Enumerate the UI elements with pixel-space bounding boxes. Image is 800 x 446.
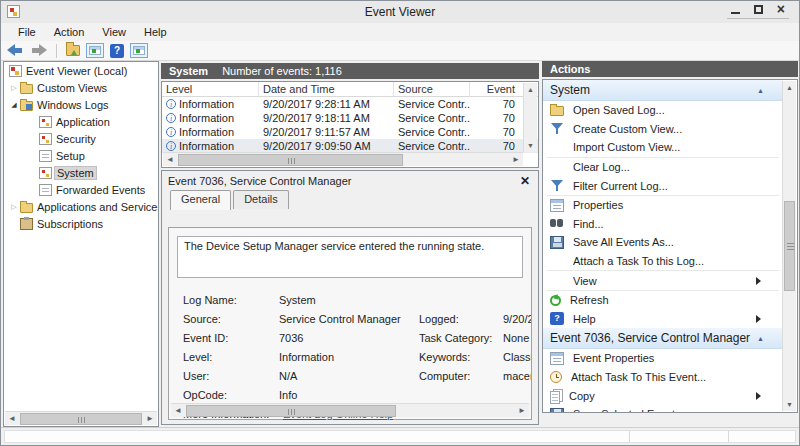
status-bar	[1, 427, 799, 445]
tree-item-system[interactable]: System	[4, 164, 158, 181]
action-find[interactable]: Find...	[543, 215, 783, 234]
open-saved-log-icon[interactable]	[66, 45, 80, 56]
action-import-custom-view[interactable]: Import Custom View...	[543, 138, 783, 157]
expander-expanded-icon[interactable]: ◢	[8, 101, 20, 109]
forward-icon[interactable]	[30, 44, 47, 57]
action-attach-task-to-log[interactable]: Attach a Task To this Log...	[543, 252, 783, 271]
scroll-down-icon[interactable]: ▼	[524, 139, 537, 152]
expander-collapsed-icon[interactable]: ▷	[8, 203, 20, 211]
scrollbar-thumb[interactable]	[20, 413, 142, 425]
scroll-right-icon[interactable]: ►	[143, 412, 157, 426]
scroll-up-icon[interactable]: ▲	[783, 81, 796, 94]
scroll-right-icon[interactable]: ►	[515, 404, 529, 418]
column-date-and-time[interactable]: Date and Time	[259, 82, 394, 96]
actions-section-event[interactable]: Event 7036, Service Control Manager ▲	[543, 328, 783, 349]
action-help[interactable]: ? Help	[543, 310, 783, 329]
actions-pane: System ▲ Open Saved Log... Create Custom…	[542, 79, 798, 413]
detail-tabs: General Details	[162, 190, 538, 209]
scroll-left-icon[interactable]: ◄	[171, 404, 185, 418]
detail-horizontal-scrollbar[interactable]: ◄ ►	[171, 403, 529, 417]
action-save-all-events-as[interactable]: Save All Events As...	[543, 233, 783, 252]
tree-label: Custom Views	[37, 82, 107, 94]
action-filter-current-log[interactable]: Filter Current Log...	[543, 176, 783, 195]
actions-vertical-scrollbar[interactable]: ▲ ▼	[782, 81, 796, 411]
actions-heading: Actions	[550, 63, 590, 75]
tree-item-security[interactable]: Security	[4, 130, 158, 147]
scroll-up-icon[interactable]: ▲	[524, 83, 537, 96]
tree-item-setup[interactable]: Setup	[4, 147, 158, 164]
tab-general[interactable]: General	[170, 190, 231, 210]
expander-collapsed-icon[interactable]: ▷	[8, 84, 20, 92]
show-hide-console-tree-icon[interactable]	[86, 43, 104, 58]
back-icon[interactable]	[7, 44, 24, 57]
cell-level: Information	[179, 98, 234, 110]
event-row[interactable]: iInformation 9/20/2017 9:18:11 AM Servic…	[162, 111, 538, 125]
column-event[interactable]: Event	[470, 82, 519, 96]
tree-label: Security	[56, 133, 96, 145]
column-level[interactable]: Level	[162, 82, 259, 96]
close-detail-icon[interactable]: ✕	[518, 174, 532, 188]
event-viewer-window: Event Viewer × File Action View Help ? E…	[0, 0, 800, 446]
action-clear-log[interactable]: Clear Log...	[543, 158, 783, 177]
event-row-selected[interactable]: iInformation 9/20/2017 9:09:50 AM Servic…	[162, 139, 538, 153]
column-source[interactable]: Source	[394, 82, 470, 96]
menu-help[interactable]: Help	[135, 24, 176, 40]
tree-item-subscriptions[interactable]: Subscriptions	[4, 215, 158, 232]
information-level-icon: i	[166, 99, 176, 109]
scroll-down-icon[interactable]: ▼	[783, 398, 796, 411]
tree-item-forwarded-events[interactable]: Forwarded Events	[4, 181, 158, 198]
user-label: User:	[183, 370, 279, 382]
tree-horizontal-scrollbar[interactable]: ◄ ►	[5, 411, 157, 425]
scrollbar-thumb[interactable]	[784, 201, 795, 291]
scrollbar-thumb[interactable]	[178, 154, 403, 166]
scroll-right-icon[interactable]: ►	[509, 153, 523, 167]
log-file-icon	[39, 184, 52, 196]
level-value: Information	[279, 351, 419, 363]
tree-item-custom-views[interactable]: ▷ Custom Views	[4, 79, 158, 96]
action-refresh[interactable]: Refresh	[543, 291, 783, 310]
collapse-section-icon[interactable]: ▲	[757, 335, 764, 342]
tree-item-application[interactable]: Application	[4, 113, 158, 130]
cell-level: Information	[179, 112, 234, 124]
save-icon	[550, 236, 564, 249]
list-horizontal-scrollbar[interactable]: ◄ ►	[163, 152, 523, 166]
tab-details[interactable]: Details	[233, 190, 289, 209]
tree-item-applications-services-logs[interactable]: ▷ Applications and Services Lo	[4, 198, 158, 215]
cell-date: 9/20/2017 9:28:11 AM	[259, 98, 394, 110]
action-attach-task-to-event[interactable]: Attach Task To This Event...	[543, 368, 783, 387]
event-row[interactable]: iInformation 9/20/2017 9:28:11 AM Servic…	[162, 97, 538, 111]
event-log-icon	[39, 116, 52, 128]
action-open-saved-log[interactable]: Open Saved Log...	[543, 101, 783, 120]
show-hide-action-pane-icon[interactable]	[130, 43, 148, 58]
tree-item-windows-logs[interactable]: ◢ Windows Logs	[4, 96, 158, 113]
task-category-label: Task Category:	[419, 332, 503, 344]
action-event-properties[interactable]: Event Properties	[543, 349, 783, 368]
menu-action[interactable]: Action	[45, 24, 94, 40]
minimize-button[interactable]	[731, 5, 740, 14]
action-view[interactable]: View	[543, 271, 783, 290]
detail-header: Event 7036, Service Control Manager ✕	[162, 171, 538, 190]
action-properties[interactable]: Properties	[543, 196, 783, 215]
action-create-custom-view[interactable]: Create Custom View...	[543, 120, 783, 139]
scroll-left-icon[interactable]: ◄	[5, 412, 19, 426]
menu-bar: File Action View Help	[1, 23, 799, 41]
event-description[interactable]: The Device Setup Manager service entered…	[177, 236, 523, 278]
submenu-arrow-icon	[756, 392, 765, 400]
menu-view[interactable]: View	[93, 24, 135, 40]
actions-section-system[interactable]: System ▲	[543, 80, 783, 101]
event-row[interactable]: iInformation 9/20/2017 9:11:57 AM Servic…	[162, 125, 538, 139]
submenu-arrow-icon	[756, 315, 765, 323]
scroll-left-icon[interactable]: ◄	[163, 153, 177, 167]
close-button[interactable]: ×	[777, 4, 785, 15]
tree-item-event-viewer-local[interactable]: Event Viewer (Local)	[4, 62, 158, 79]
collapse-section-icon[interactable]: ▲	[757, 87, 764, 94]
scrollbar-thumb[interactable]	[186, 405, 396, 417]
cell-date: 9/20/2017 9:11:57 AM	[259, 126, 394, 138]
list-vertical-scrollbar[interactable]: ▲ ▼	[523, 83, 537, 152]
action-save-selected-events[interactable]: Save Selected Events...	[543, 405, 783, 413]
maximize-button[interactable]	[754, 5, 763, 14]
action-copy[interactable]: Copy	[543, 386, 783, 405]
find-binoculars-icon	[550, 217, 564, 230]
menu-file[interactable]: File	[9, 24, 45, 40]
help-icon[interactable]: ?	[110, 44, 124, 58]
